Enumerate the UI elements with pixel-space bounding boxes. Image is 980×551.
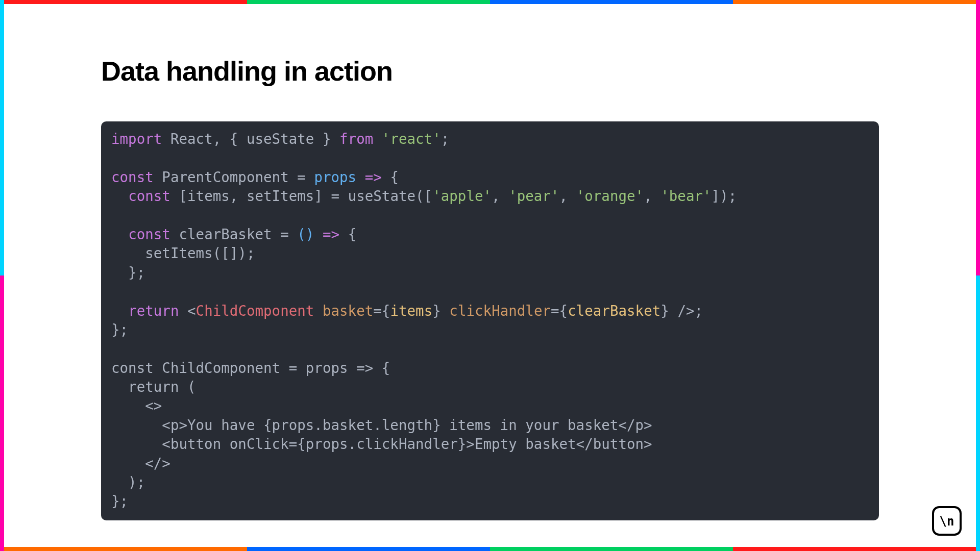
code-token: ChildComponent [196, 303, 314, 319]
slide-content: Data handling in action import React, { … [4, 4, 976, 547]
code-token: () [297, 226, 314, 242]
code-token: <p>You have {props.basket.length} items … [111, 417, 652, 433]
code-token: }; [111, 264, 145, 281]
border-left [0, 0, 4, 551]
code-token: 'react' [382, 131, 441, 147]
code-token: , [492, 188, 508, 204]
code-token: }; [111, 493, 128, 509]
border-seg [733, 547, 976, 551]
code-token: { [382, 169, 399, 185]
code-token: 'pear' [508, 188, 559, 204]
code-block: import React, { useState } from 'react';… [101, 121, 879, 520]
border-seg [247, 547, 490, 551]
border-seg [733, 0, 976, 4]
border-seg [4, 547, 247, 551]
border-seg [4, 0, 247, 4]
newline-icon: \n [932, 506, 962, 536]
code-token [669, 303, 678, 319]
code-token: { [382, 303, 390, 319]
border-right [976, 0, 980, 551]
code-token: ParentComponent = [154, 169, 314, 185]
logo-text: \n [940, 514, 954, 529]
code-token: 'orange' [576, 188, 644, 204]
code-token: clearBasket [568, 303, 660, 319]
code-token: const [128, 226, 170, 242]
border-seg [976, 276, 980, 551]
code-token: } [660, 303, 669, 319]
border-seg [247, 0, 490, 4]
code-token: { [559, 303, 568, 319]
code-token: setItems([]); [111, 245, 255, 261]
code-token: clickHandler [449, 303, 551, 319]
code-token [373, 131, 382, 147]
code-token: } [432, 303, 441, 319]
code-token: clearBasket = [170, 226, 297, 242]
code-token: ); [111, 474, 145, 490]
code-token: ]); [712, 188, 737, 204]
code-token: <> [111, 397, 162, 414]
code-token: , [559, 188, 576, 204]
border-seg [490, 547, 733, 551]
border-bottom [4, 547, 976, 551]
code-token [111, 226, 128, 242]
code-token: { [339, 226, 356, 242]
code-token [111, 303, 128, 319]
code-token [441, 303, 450, 319]
code-token: = [373, 303, 382, 319]
code-token: React, { useState } [162, 131, 339, 147]
code-token: import [111, 131, 162, 147]
border-seg [0, 0, 4, 276]
code-token: = [551, 303, 559, 319]
code-token: ; [441, 131, 450, 147]
code-token: [items, setItems] = useState([ [170, 188, 432, 204]
code-token: <button onClick={props.clickHandler}>Emp… [111, 436, 652, 452]
code-token [111, 188, 128, 204]
slide-title: Data handling in action [101, 55, 879, 87]
code-token: const [128, 188, 170, 204]
code-token: 'bear' [660, 188, 711, 204]
border-seg [0, 276, 4, 551]
code-token: => [365, 169, 382, 185]
border-seg [490, 0, 733, 4]
code-token: const [111, 169, 154, 185]
code-token: /> [677, 303, 694, 319]
code-token: props [314, 169, 356, 185]
code-token: basket [323, 303, 373, 319]
code-token: items [390, 303, 432, 319]
code-token [314, 226, 323, 242]
slide: Data handling in action import React, { … [0, 0, 980, 551]
code-token: </> [111, 455, 170, 471]
code-token: ; [695, 303, 703, 319]
code-token: return [128, 303, 179, 319]
code-token: return ( [111, 379, 196, 395]
border-seg [976, 0, 980, 276]
code-token [179, 303, 187, 319]
code-token [356, 169, 365, 185]
border-top [4, 0, 976, 4]
code-token: }; [111, 321, 128, 338]
code-token [314, 303, 323, 319]
code-token: 'apple' [432, 188, 492, 204]
code-token: , [644, 188, 660, 204]
code-token: => [323, 226, 339, 242]
code-token: from [339, 131, 373, 147]
brand-logo: \n [932, 506, 962, 536]
code-token: const ChildComponent = props => { [111, 360, 390, 376]
code-token: < [187, 303, 196, 319]
